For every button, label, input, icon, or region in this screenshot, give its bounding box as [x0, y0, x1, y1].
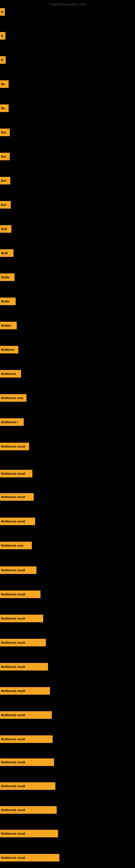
- bar-item: Bottleneck result: [0, 758, 54, 766]
- bar-item: Bottleneck resu: [0, 542, 32, 549]
- bar-label: Bo: [0, 104, 9, 112]
- bar-item: Bottleneck result: [0, 806, 57, 814]
- bar-label: B: [0, 8, 5, 16]
- bar-item: B: [0, 56, 6, 64]
- bar-label: Bottleneck resu: [0, 394, 27, 402]
- bar-item: Bottle: [0, 273, 14, 281]
- bar-label: Bottl: [0, 249, 13, 257]
- bar-label: Bottle: [0, 273, 14, 281]
- bar-label: Bottle: [0, 298, 16, 305]
- bar-label: Bottleneck result: [0, 493, 34, 501]
- bar-label: Bottleneck resu: [0, 542, 32, 549]
- bar-label: Bottleneck r: [0, 418, 24, 426]
- bar-item: Bottleneck result: [0, 493, 34, 501]
- bar-item: Bott: [0, 225, 11, 233]
- bar-item: Bottlenec: [0, 346, 18, 353]
- bar-item: Bottleneck result: [0, 782, 55, 790]
- bar-item: Bottleneck resu: [0, 394, 27, 402]
- bar-label: Bottleneck result: [0, 854, 59, 862]
- bar-item: Bottleneck result: [0, 711, 52, 719]
- bar-label: Bottlenec: [0, 346, 18, 353]
- bar-item: Bot: [0, 201, 11, 209]
- bar-item: Bottleneck result: [0, 854, 59, 862]
- bar-label: B: [0, 56, 6, 64]
- bar-label: Bott: [0, 225, 11, 233]
- bar-label: Bot: [0, 177, 10, 184]
- bar-label: Bottleneck result: [0, 735, 53, 743]
- bar-item: Bottleneck result: [0, 566, 37, 574]
- bar-label: Bottleneck result: [0, 518, 35, 525]
- bar-label: Bottleneck result: [0, 782, 55, 790]
- bar-label: Bot: [0, 129, 10, 136]
- bar-item: Bottleneck result: [0, 590, 41, 598]
- bar-item: Bot: [0, 129, 10, 136]
- bar-label: Bot: [0, 153, 10, 160]
- bar-label: Bot: [0, 201, 11, 209]
- bar-label: Bottleneck result: [0, 566, 37, 574]
- site-title: TheBottlenecker.com: [48, 2, 87, 6]
- bar-item: Bottleneck result: [0, 443, 29, 450]
- bar-item: Bottleneck result: [0, 735, 53, 743]
- bar-label: Bottlen: [0, 322, 17, 329]
- bar-label: Bottleneck result: [0, 806, 57, 814]
- bar-item: Bottleneck: [0, 370, 21, 378]
- bar-item: Bo: [0, 80, 9, 88]
- bar-label: Bottleneck result: [0, 663, 48, 671]
- bar-item: Bottleneck result: [0, 663, 48, 671]
- bar-item: Bot: [0, 177, 10, 184]
- bar-item: Bot: [0, 153, 10, 160]
- bar-label: Bottleneck result: [0, 443, 29, 450]
- bar-label: Bottleneck: [0, 370, 21, 378]
- bar-label: Bottleneck result: [0, 615, 43, 622]
- bar-item: Bottleneck r: [0, 418, 24, 426]
- bar-label: Bottleneck result: [0, 470, 32, 477]
- bar-item: Bottleneck result: [0, 830, 58, 837]
- bar-item: B: [0, 8, 5, 16]
- bar-item: Bottleneck result: [0, 687, 50, 695]
- bar-item: Bottleneck result: [0, 615, 43, 622]
- bar-label: B: [0, 32, 5, 40]
- bar-label: Bottleneck result: [0, 590, 41, 598]
- bar-label: Bo: [0, 80, 9, 88]
- bar-item: Bottleneck result: [0, 639, 46, 646]
- bar-item: Bottleneck result: [0, 518, 35, 525]
- bar-item: Bottleneck result: [0, 470, 32, 477]
- bar-label: Bottleneck result: [0, 758, 54, 766]
- bar-item: B: [0, 32, 5, 40]
- bar-label: Bottleneck result: [0, 830, 58, 837]
- bar-item: Bottle: [0, 298, 16, 305]
- bar-item: Bottlen: [0, 322, 17, 329]
- bar-label: Bottleneck result: [0, 687, 50, 695]
- bar-label: Bottleneck result: [0, 711, 52, 719]
- bar-item: Bo: [0, 104, 9, 112]
- bar-item: Bottl: [0, 249, 13, 257]
- bar-label: Bottleneck result: [0, 639, 46, 646]
